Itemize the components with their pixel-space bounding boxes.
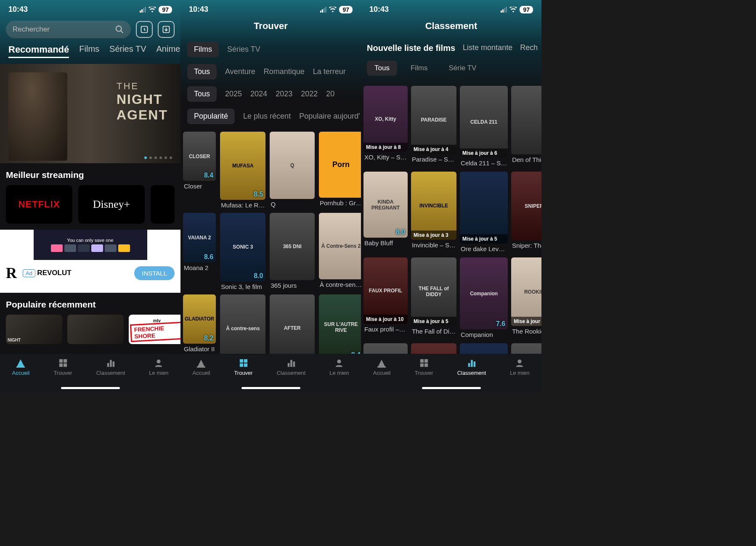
filter-2021[interactable]: 20 bbox=[326, 90, 334, 98]
signal-icon bbox=[501, 7, 507, 13]
tab-anime[interactable]: Anime bbox=[157, 44, 180, 58]
nav-classement[interactable]: Classement bbox=[457, 358, 486, 376]
filter-2025[interactable]: 2025 bbox=[225, 90, 242, 98]
svg-rect-7 bbox=[63, 359, 66, 363]
stream-disney[interactable]: Disney+ bbox=[78, 185, 145, 224]
movie-poster: PARADISEMise à jour à 4 bbox=[411, 86, 456, 154]
nav-lemien[interactable]: Le mien bbox=[149, 358, 168, 376]
search-placeholder: Rechercher bbox=[13, 25, 115, 34]
tab-montante[interactable]: Liste montante bbox=[463, 43, 512, 53]
nav-trouver[interactable]: Trouver bbox=[414, 358, 433, 376]
filter-films[interactable]: Films bbox=[187, 42, 219, 57]
filter-year-tous[interactable]: Tous bbox=[187, 86, 217, 102]
ad-install-button[interactable]: INSTALL bbox=[134, 266, 175, 280]
subtab-serie[interactable]: Série TV bbox=[441, 61, 484, 76]
popular-item[interactable] bbox=[67, 315, 124, 344]
movie-item[interactable]: MUFASA8.5Mufasa: Le R… bbox=[220, 132, 265, 209]
movie-title: Moana 2 bbox=[183, 262, 216, 271]
history-button[interactable] bbox=[136, 21, 153, 38]
download-button[interactable] bbox=[158, 21, 175, 38]
movie-poster: À Contre-Sens 2 bbox=[319, 213, 361, 279]
filter-2023[interactable]: 2023 bbox=[276, 90, 292, 98]
svg-rect-8 bbox=[59, 363, 62, 367]
movie-item[interactable]: QQ bbox=[270, 132, 315, 209]
movie-item[interactable]: À Contre-Sens 2À contre-sen… bbox=[319, 213, 361, 290]
rank-item[interactable]: SNIPERSniper: The L… bbox=[511, 172, 541, 252]
movie-title: Paradise – S… bbox=[411, 154, 456, 163]
rank-item[interactable]: CELDA 211Mise à jour à 6Celda 211 – S… bbox=[460, 86, 508, 167]
svg-rect-23 bbox=[377, 366, 386, 368]
filter-romantique[interactable]: Romantique bbox=[264, 67, 305, 76]
ad-card[interactable]: You can only save one R Ad REVOLUT INSTA… bbox=[0, 230, 180, 293]
filter-series[interactable]: Séries TV bbox=[227, 45, 260, 54]
movie-item[interactable]: SONIC 38.0Sonic 3, le film bbox=[220, 213, 265, 290]
movie-item[interactable]: 365 DNI365 jours bbox=[270, 213, 315, 290]
hero-carousel[interactable]: THE NIGHT AGENT bbox=[0, 64, 180, 163]
rank-item[interactable]: XO, KittyMise à jour à 8XO, Kitty – S… bbox=[363, 86, 408, 167]
filter-popularite[interactable]: Popularité bbox=[187, 109, 235, 124]
movie-item[interactable]: VAIANA 28.6Moana 2 bbox=[183, 213, 216, 290]
nav-accueil[interactable]: Accueil bbox=[192, 358, 210, 376]
rank-item[interactable]: INVINCIBLEMise à jour à 3Invincible – S… bbox=[411, 172, 456, 252]
nav-lemien[interactable]: Le mien bbox=[329, 358, 349, 376]
nav-classement[interactable]: Classement bbox=[96, 358, 125, 376]
home-indicator[interactable] bbox=[241, 387, 300, 389]
tab-series[interactable]: Séries TV bbox=[109, 44, 146, 58]
tab-rech[interactable]: Rech bbox=[520, 43, 538, 53]
movie-poster: 365 DNI bbox=[270, 213, 315, 280]
nav-trouver[interactable]: Trouver bbox=[234, 358, 252, 376]
movie-title: Mufasa: Le R… bbox=[220, 200, 265, 209]
tab-nouvelle[interactable]: Nouvelle liste de films bbox=[367, 43, 455, 53]
movie-poster: GLADIATOR8.2 bbox=[183, 294, 216, 344]
filter-2022[interactable]: 2022 bbox=[301, 90, 318, 98]
home-indicator[interactable] bbox=[61, 387, 120, 389]
nav-trouver[interactable]: Trouver bbox=[53, 358, 72, 376]
movie-poster: SNIPER bbox=[511, 172, 541, 240]
filter-aventure[interactable]: Aventure bbox=[225, 67, 255, 76]
movie-title: À contre-sen… bbox=[319, 279, 361, 288]
svg-rect-6 bbox=[59, 359, 62, 363]
popular-row: NIGHT mtv FRENCHIE SHORE bbox=[0, 315, 180, 344]
search-input[interactable]: Rechercher bbox=[6, 21, 131, 38]
movie-item[interactable]: CLOSER8.4Closer bbox=[183, 132, 216, 209]
rank-item[interactable]: KINDA PREGNANT8.0Baby Bluff bbox=[363, 172, 408, 252]
rank-item[interactable]: Mise à jour à 5Ore dake Lev… bbox=[460, 172, 508, 252]
nav-classement[interactable]: Classement bbox=[277, 358, 306, 376]
status-right: 97 bbox=[140, 6, 172, 13]
update-badge: Mise à jour à 5 bbox=[460, 234, 508, 244]
grid-icon bbox=[419, 358, 429, 368]
rank-item[interactable]: FAUX PROFILMise à jour à 10Faux profil –… bbox=[363, 257, 408, 338]
nav-lemien[interactable]: Le mien bbox=[510, 358, 529, 376]
movie-item[interactable]: PornPornhub : Gr… bbox=[319, 132, 361, 209]
nav-accueil[interactable]: Accueil bbox=[12, 358, 29, 376]
movie-poster: FAUX PROFILMise à jour à 10 bbox=[363, 257, 408, 323]
popular-item[interactable]: NIGHT bbox=[6, 315, 62, 344]
tab-films[interactable]: Films bbox=[79, 44, 99, 58]
rank-item[interactable]: THE FALL of DIDDYMise à jour à 5The Fall… bbox=[411, 257, 456, 338]
movie-title: The Rookie: l… bbox=[511, 326, 541, 335]
nav-accueil[interactable]: Accueil bbox=[373, 358, 390, 376]
filter-tous[interactable]: Tous bbox=[187, 64, 217, 80]
rank-item[interactable]: PARADISEMise à jour à 4Paradise – S… bbox=[411, 86, 456, 167]
subtab-films[interactable]: Films bbox=[403, 61, 435, 76]
home-indicator[interactable] bbox=[422, 387, 481, 389]
svg-rect-16 bbox=[244, 359, 247, 363]
subtab-tous[interactable]: Tous bbox=[367, 61, 397, 76]
rank-item[interactable]: 8.4Den of Thiev… bbox=[511, 86, 541, 167]
filter-pop-today[interactable]: Populaire aujourd' bbox=[299, 112, 360, 121]
rank-item[interactable]: ROOKIEMise à jour à 5The Rookie: l… bbox=[511, 257, 541, 338]
ad-brand: REVOLUT bbox=[37, 269, 71, 277]
movie-title: Closer bbox=[183, 181, 216, 190]
svg-rect-11 bbox=[110, 360, 112, 367]
popular-item[interactable]: mtv FRENCHIE SHORE bbox=[129, 315, 180, 344]
tab-recommande[interactable]: Recommandé bbox=[8, 44, 69, 58]
rank-item[interactable]: Companion7.6Companion bbox=[460, 257, 508, 338]
status-time: 10:43 bbox=[189, 5, 208, 14]
filter-terreur[interactable]: La terreur bbox=[313, 67, 346, 76]
stream-apple[interactable] bbox=[151, 185, 175, 224]
movie-poster: Porn bbox=[319, 132, 361, 198]
home-icon bbox=[196, 358, 206, 368]
filter-2024[interactable]: 2024 bbox=[250, 90, 267, 98]
filter-recent[interactable]: Le plus récent bbox=[243, 112, 291, 121]
stream-netflix[interactable]: NETFLIX bbox=[6, 185, 72, 224]
